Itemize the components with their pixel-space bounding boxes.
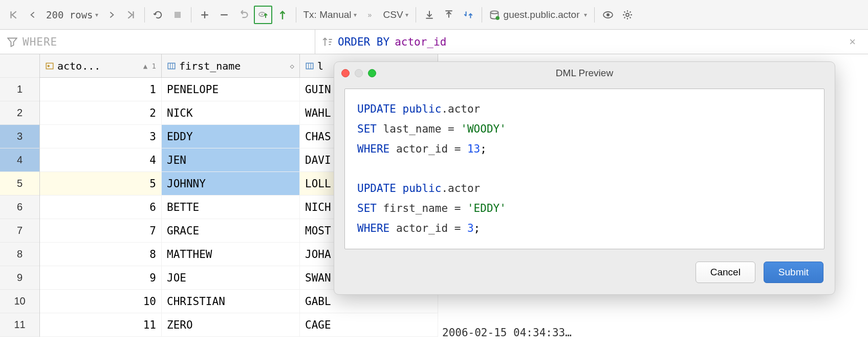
tx-mode[interactable]: Tx: Manual ▾	[300, 9, 360, 20]
svg-point-6	[606, 13, 610, 16]
datasource-selector[interactable]: guest.public.actor ▾	[486, 9, 590, 20]
chevron-down-icon: ▾	[405, 11, 408, 18]
cell-id[interactable]: 8	[40, 243, 162, 266]
sql-preview[interactable]: UPDATE public.actor SET last_name = 'WOO…	[344, 89, 824, 249]
row-gutter[interactable]: 4	[0, 148, 39, 172]
add-row-icon[interactable]	[196, 6, 214, 24]
svg-point-7	[626, 13, 629, 16]
window-close-icon[interactable]	[341, 69, 350, 77]
dml-preview-dialog: DML Preview UPDATE public.actor SET last…	[334, 61, 835, 295]
more-tx-icon[interactable]: »	[361, 6, 379, 24]
cell-first-name[interactable]: PENELOPE	[162, 78, 300, 101]
svg-point-3	[490, 11, 498, 14]
order-by-label[interactable]: ORDER BY	[338, 36, 389, 48]
row-gutter[interactable]: 8	[0, 243, 39, 266]
row-gutter[interactable]: 5	[0, 172, 39, 196]
format-selector[interactable]: CSV ▾	[380, 9, 411, 20]
svg-rect-0	[175, 12, 181, 18]
prev-page-icon[interactable]	[24, 6, 42, 24]
chevron-down-icon: ▾	[95, 11, 98, 18]
cell-timestamp[interactable]: 2006-02-15 04:34:33…	[435, 321, 868, 344]
cell-first-name[interactable]: ZERO	[162, 313, 300, 336]
cell-last-name[interactable]: CAGE	[300, 313, 438, 336]
row-gutter[interactable]: 10	[0, 290, 39, 313]
cell-first-name[interactable]: EDDY	[162, 125, 300, 148]
close-icon[interactable]: ×	[849, 35, 861, 49]
stop-icon[interactable]	[168, 6, 187, 24]
order-by-column[interactable]: actor_id	[395, 36, 446, 48]
chevron-down-icon: ▾	[584, 11, 587, 18]
row-gutter[interactable]: 3	[0, 125, 39, 148]
submit-button[interactable]: Submit	[764, 262, 823, 283]
refresh-icon[interactable]	[149, 6, 167, 24]
filter-icon[interactable]	[7, 37, 17, 47]
dialog-title: DML Preview	[334, 68, 835, 79]
row-gutter[interactable]: 9	[0, 266, 39, 290]
last-page-icon[interactable]	[122, 6, 140, 24]
filter-bar: WHERE ORDER BY actor_id ×	[0, 30, 868, 54]
chevron-down-icon: ▾	[354, 11, 357, 18]
cell-id[interactable]: 3	[40, 125, 162, 148]
cell-id[interactable]: 7	[40, 219, 162, 242]
remove-row-icon[interactable]	[215, 6, 233, 24]
svg-rect-10	[168, 63, 175, 69]
svg-point-4	[495, 16, 500, 20]
cell-id[interactable]: 4	[40, 148, 162, 171]
gutter-header	[0, 54, 39, 78]
eye-icon[interactable]	[599, 6, 617, 24]
cell-first-name[interactable]: CHRISTIAN	[162, 290, 300, 313]
cell-first-name[interactable]: GRACE	[162, 219, 300, 242]
commit-icon[interactable]	[273, 6, 292, 24]
row-gutter[interactable]: 6	[0, 196, 39, 219]
cell-first-name[interactable]: MATTHEW	[162, 243, 300, 266]
window-minimize-icon	[355, 69, 363, 77]
migrate-icon[interactable]	[459, 6, 478, 24]
rows-selector[interactable]: 200 rows ▾	[43, 9, 101, 20]
key-column-icon	[45, 61, 54, 71]
first-page-icon[interactable]	[4, 6, 23, 24]
import-up-icon[interactable]	[440, 6, 458, 24]
cell-id[interactable]: 2	[40, 101, 162, 124]
cell-id[interactable]: 5	[40, 172, 162, 195]
row-gutter[interactable]: 1	[0, 78, 39, 101]
preview-changes-icon[interactable]	[254, 6, 272, 24]
svg-point-9	[48, 64, 50, 67]
column-icon	[305, 61, 314, 71]
cell-first-name[interactable]: JEN	[162, 148, 300, 171]
svg-rect-11	[306, 63, 313, 69]
sort-icon[interactable]	[322, 37, 333, 47]
window-zoom-icon[interactable]	[368, 69, 376, 77]
cell-id[interactable]: 9	[40, 266, 162, 289]
cell-id[interactable]: 1	[40, 78, 162, 101]
settings-gear-icon[interactable]	[618, 6, 637, 24]
row-gutter[interactable]: 2	[0, 101, 39, 125]
where-label[interactable]: WHERE	[23, 36, 57, 48]
cell-id[interactable]: 10	[40, 290, 162, 313]
cell-first-name[interactable]: BETTE	[162, 196, 300, 219]
cell-id[interactable]: 11	[40, 313, 162, 336]
cancel-button[interactable]: Cancel	[696, 262, 755, 283]
column-header-actor-id[interactable]: acto... ▲ 1	[40, 54, 162, 77]
database-icon	[489, 10, 500, 20]
export-down-icon[interactable]	[420, 6, 439, 24]
cell-id[interactable]: 6	[40, 196, 162, 219]
cell-first-name[interactable]: NICK	[162, 101, 300, 124]
row-gutter[interactable]: 11	[0, 313, 39, 337]
sort-handle-icon: ◇	[290, 62, 294, 70]
undo-icon[interactable]	[234, 6, 253, 24]
column-icon	[167, 61, 176, 71]
next-page-icon[interactable]	[102, 6, 121, 24]
cell-first-name[interactable]: JOHNNY	[162, 172, 300, 195]
cell-first-name[interactable]: JOE	[162, 266, 300, 289]
toolbar: 200 rows ▾ Tx: Manual ▾ » CSV ▾	[0, 0, 868, 30]
svg-point-2	[261, 13, 263, 15]
dialog-titlebar[interactable]: DML Preview	[334, 62, 835, 84]
row-gutter[interactable]: 7	[0, 219, 39, 243]
column-header-first-name[interactable]: first_name ◇	[162, 54, 300, 77]
table-row[interactable]: 11 ZERO CAGE	[40, 313, 438, 337]
